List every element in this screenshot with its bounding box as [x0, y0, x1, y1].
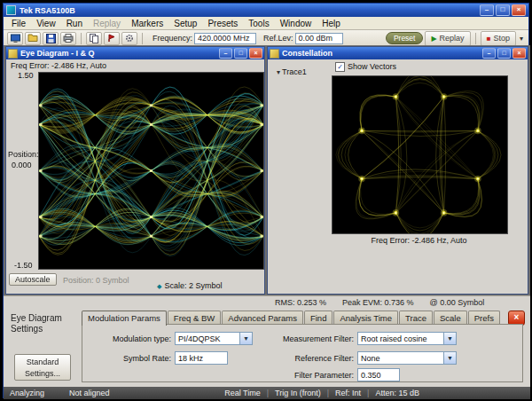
standard-settings-button[interactable]: Standard Settings... [14, 354, 71, 381]
app-window: Tek RSA5100B – □ × File View Run Replay … [3, 3, 529, 398]
eye-maximize-button[interactable]: □ [234, 48, 247, 59]
eye-window-title: Eye Diagram - I & Q [20, 49, 95, 58]
eye-position-value: 0.000 [12, 161, 32, 169]
reference-filter-select[interactable]: None▼ [357, 351, 457, 365]
status-separator: | [267, 389, 269, 397]
menu-item-run[interactable]: Run [61, 19, 88, 28]
constellation-window-titlebar[interactable]: Constellation – □ × [268, 47, 528, 59]
tab-freq-bw[interactable]: Freq & BW [168, 311, 221, 325]
reflev-label: Ref.Lev: [263, 34, 293, 43]
tab-trace[interactable]: Trace [399, 311, 433, 325]
menu-item-presets[interactable]: Presets [202, 19, 243, 28]
constellation-window-title: Constellation [282, 49, 332, 58]
status-acq-mode: Real Time [224, 389, 261, 397]
toolbar-separator [475, 33, 476, 44]
constellation-maximize-button[interactable]: □ [497, 48, 511, 59]
statusbar: Analyzing Not aligned Real Time | Trig I… [4, 387, 530, 399]
measurement-filter-label: Measurement Filter: [269, 334, 354, 343]
rms-value: RMS: 0.253 % [275, 298, 326, 307]
tab-prefs[interactable]: Prefs [468, 311, 500, 325]
constellation-minimize-button[interactable]: – [482, 48, 496, 59]
chevron-down-icon: ▼ [443, 333, 456, 344]
chevron-down-icon: ▼ [443, 352, 456, 364]
close-button[interactable]: × [512, 4, 526, 16]
settings-icon[interactable] [121, 32, 137, 45]
menu-item-help[interactable]: Help [317, 19, 346, 28]
chevron-down-icon: ▼ [239, 333, 252, 344]
scale-diamond-icon: ◆ [157, 283, 161, 289]
tab-find[interactable]: Find [304, 311, 332, 325]
settings-area: Eye Diagram Settings × Modulation Params… [4, 308, 530, 387]
constellation-window-icon [270, 49, 279, 59]
tab-advanced-params[interactable]: Advanced Params [222, 311, 303, 325]
menubar: File View Run Replay Markers Setup Prese… [4, 17, 528, 30]
status-trigger: Trig In (front) [275, 389, 321, 397]
stop-icon: ■ [487, 35, 491, 43]
status-separator: | [327, 389, 329, 397]
measurement-filter-select[interactable]: Root raised cosine▼ [357, 332, 457, 345]
reference-filter-label: Reference Filter: [269, 354, 354, 363]
print-icon[interactable] [60, 32, 76, 45]
constellation-close-button[interactable]: × [512, 48, 526, 59]
constellation-canvas[interactable] [332, 75, 508, 234]
tab-scale[interactable]: Scale [434, 311, 467, 325]
eye-diagram-canvas[interactable] [38, 72, 264, 270]
eye-position-label: Position: [8, 150, 39, 159]
status-separator: | [367, 389, 369, 397]
menu-item-tools[interactable]: Tools [243, 19, 274, 28]
eye-close-button[interactable]: × [249, 48, 262, 59]
chevron-down-icon: ▾ [275, 68, 282, 76]
menu-item-markers[interactable]: Markers [126, 19, 168, 28]
filter-parameter-label: Filter Parameter: [269, 371, 354, 380]
chevron-down-icon[interactable]: ▾ [518, 35, 525, 43]
app-icon [6, 5, 16, 15]
replay-button[interactable]: ▶Replay [425, 31, 470, 46]
preset-button[interactable]: Preset [386, 32, 424, 44]
reflev-input[interactable]: 0.00 dBm [295, 33, 343, 44]
symbol-rate-input[interactable]: 18 kHz [175, 351, 228, 365]
show-vectors-checkbox[interactable]: ✓ [335, 62, 345, 72]
position-status: Position: 0 Symbol [63, 276, 129, 285]
minimize-button[interactable]: – [480, 4, 494, 16]
eye-diagram-window: Eye Diagram - I & Q – □ × Freq Error: -2… [5, 46, 265, 295]
eye-window-icon [8, 49, 18, 59]
frequency-input[interactable]: 420.0000 MHz [194, 33, 256, 44]
modulation-type-select[interactable]: PI/4DQPSK▼ [175, 332, 253, 345]
marker-icon[interactable] [104, 32, 120, 45]
settings-tabs: Modulation Params Freq & BW Advanced Par… [82, 310, 501, 325]
trace-selector[interactable]: ▾Trace1 [275, 62, 307, 78]
toolbar-separator [81, 33, 82, 44]
scale-control[interactable]: ◆Scale: 2 Symbol [157, 276, 222, 292]
menu-item-view[interactable]: View [31, 19, 61, 28]
play-icon: ▶ [431, 35, 436, 43]
app-titlebar[interactable]: Tek RSA5100B – □ × [4, 4, 528, 17]
tab-modulation-params[interactable]: Modulation Params [82, 311, 167, 326]
results-strip: RMS: 0.253 % Peak EVM: 0.736 % @ 0.00 Sy… [4, 295, 530, 308]
eye-y-min-label: -1.50 [14, 261, 33, 270]
symbol-rate-label: Symbol Rate: [90, 354, 171, 363]
save-icon[interactable] [43, 32, 59, 45]
eye-window-titlebar[interactable]: Eye Diagram - I & Q – □ × [6, 47, 264, 59]
copy-icon[interactable] [86, 32, 102, 45]
peak-evm-value: Peak EVM: 0.736 % [342, 298, 414, 307]
tab-analysis-time[interactable]: Analysis Time [333, 311, 398, 325]
eye-minimize-button[interactable]: – [219, 48, 232, 59]
modulation-type-label: Modulation type: [90, 334, 171, 343]
maximize-button[interactable]: □ [496, 4, 510, 16]
stop-button[interactable]: ■Stop [481, 31, 516, 46]
mdi-area: Eye Diagram - I & Q – □ × Freq Error: -2… [4, 45, 530, 295]
menu-item-window[interactable]: Window [275, 19, 317, 28]
constellation-window: Constellation – □ × ▾Trace1 ✓ Show Vecto… [267, 46, 528, 295]
open-folder-icon[interactable] [25, 32, 41, 45]
menu-item-replay[interactable]: Replay [88, 19, 126, 28]
status-alignment: Not aligned [69, 389, 110, 397]
menu-item-setup[interactable]: Setup [168, 19, 202, 28]
show-vectors-label: Show Vectors [348, 62, 396, 71]
settings-panel-label: Eye Diagram Settings [11, 313, 62, 334]
filter-parameter-input[interactable]: 0.350 [357, 368, 400, 381]
display-icon[interactable] [7, 32, 23, 45]
toolbar-separator [142, 33, 143, 44]
menu-item-file[interactable]: File [6, 19, 31, 28]
constellation-freq-error-text: Freq Error: -2.486 Hz, Auto [332, 236, 506, 245]
autoscale-button[interactable]: Autoscale [9, 273, 57, 286]
